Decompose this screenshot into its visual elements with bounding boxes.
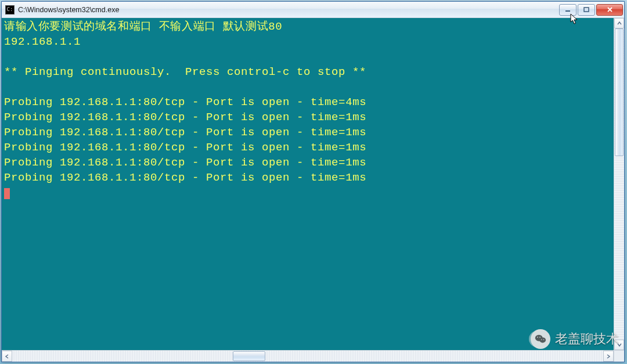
close-button[interactable] <box>596 4 623 16</box>
maximize-icon <box>583 7 589 13</box>
watermark-text: 老盖聊技术 <box>555 330 619 348</box>
probe-line: Probing 192.168.1.1:80/tcp - Port is ope… <box>4 111 366 124</box>
chevron-left-icon <box>5 354 9 359</box>
svg-rect-0 <box>565 10 570 12</box>
client-area: 请输入你要测试的域名和端口 不输入端口 默认测试80 192.168.1.1 *… <box>2 18 624 362</box>
horizontal-scroll-thumb[interactable] <box>233 351 265 361</box>
svg-rect-1 <box>584 8 589 12</box>
vertical-scrollbar[interactable] <box>614 18 624 350</box>
svg-point-6 <box>541 339 542 340</box>
scroll-right-button[interactable] <box>603 351 614 362</box>
scroll-up-button[interactable] <box>614 18 624 28</box>
maximize-button[interactable] <box>578 4 595 16</box>
chevron-up-icon <box>617 21 622 26</box>
watermark: 老盖聊技术 <box>526 329 619 349</box>
svg-point-4 <box>537 337 538 338</box>
probe-line: Probing 192.168.1.1:80/tcp - Port is ope… <box>4 126 366 139</box>
scroll-left-button[interactable] <box>2 351 12 362</box>
cmd-icon: C: <box>5 5 15 15</box>
window-controls <box>558 4 623 16</box>
probe-line: Probing 192.168.1.1:80/tcp - Port is ope… <box>4 171 366 184</box>
minimize-button[interactable] <box>559 4 576 16</box>
vertical-scroll-thumb[interactable] <box>615 28 624 156</box>
svg-point-5 <box>539 337 540 338</box>
cmd-window: C: C:\Windows\system32\cmd.exe 请输入你要测试的域… <box>1 1 625 362</box>
terminal-cursor <box>4 188 10 199</box>
input-echo: 192.168.1.1 <box>4 35 81 48</box>
chevron-right-icon <box>606 354 611 359</box>
minimize-icon <box>565 7 571 13</box>
wechat-icon <box>531 329 550 349</box>
probe-line: Probing 192.168.1.1:80/tcp - Port is ope… <box>4 156 366 169</box>
probe-line: Probing 192.168.1.1:80/tcp - Port is ope… <box>4 96 366 109</box>
svg-point-3 <box>539 337 546 343</box>
horizontal-scrollbar[interactable] <box>2 350 614 362</box>
title-bar-drag-region[interactable] <box>119 2 558 17</box>
svg-point-7 <box>543 339 544 340</box>
terminal-output[interactable]: 请输入你要测试的域名和端口 不输入端口 默认测试80 192.168.1.1 *… <box>2 18 614 350</box>
probe-line: Probing 192.168.1.1:80/tcp - Port is ope… <box>4 141 366 154</box>
vertical-scroll-track[interactable] <box>614 28 624 340</box>
scrollbar-corner <box>614 350 624 362</box>
title-bar[interactable]: C: C:\Windows\system32\cmd.exe <box>2 2 624 18</box>
prompt-line: 请输入你要测试的域名和端口 不输入端口 默认测试80 <box>4 20 282 33</box>
pinging-status-line: ** Pinging continuously. Press control-c… <box>4 66 366 78</box>
horizontal-scroll-track[interactable] <box>12 351 603 362</box>
close-icon <box>607 6 613 13</box>
window-title: C:\Windows\system32\cmd.exe <box>18 6 119 14</box>
